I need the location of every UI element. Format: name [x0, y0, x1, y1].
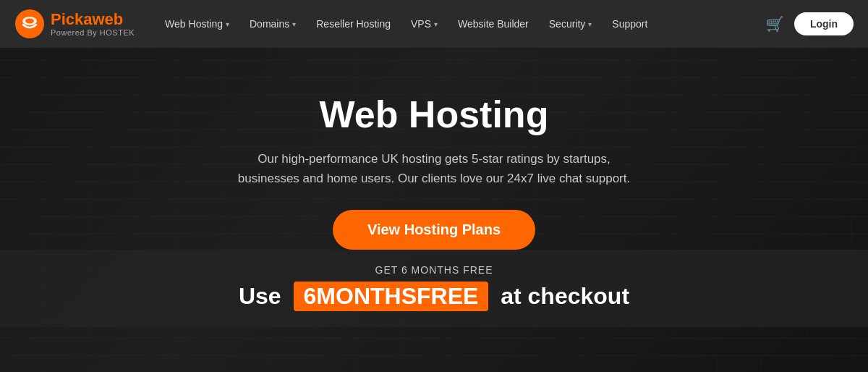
cart-icon[interactable]: 🛒	[766, 15, 784, 33]
nav-item-website-builder[interactable]: Website Builder	[449, 12, 537, 35]
powered-by: Powered By HOSTEK	[51, 28, 135, 37]
hero-content: Web Hosting Our high-performance UK host…	[209, 93, 659, 250]
logo[interactable]: Pickaweb Powered By HOSTEK	[14, 9, 135, 39]
promo-code-line: Use 6MONTHSFREE at checkout	[14, 282, 854, 311]
navbar: Pickaweb Powered By HOSTEK Web Hosting ▾…	[0, 0, 868, 48]
promo-band: GET 6 MONTHS FREE Use 6MONTHSFREE at che…	[0, 250, 868, 327]
view-hosting-plans-button[interactable]: View Hosting Plans	[333, 210, 535, 250]
nav-item-domains[interactable]: Domains ▾	[241, 12, 305, 35]
chevron-down-icon: ▾	[292, 20, 296, 28]
nav-item-web-hosting[interactable]: Web Hosting ▾	[156, 12, 238, 35]
hero-section: Web Hosting Our high-performance UK host…	[0, 48, 868, 372]
nav-item-vps[interactable]: VPS ▾	[402, 12, 446, 35]
hero-title: Web Hosting	[238, 93, 630, 136]
nav-item-reseller-hosting[interactable]: Reseller Hosting	[307, 12, 399, 35]
svg-point-2	[25, 19, 34, 24]
brand-name: Pickaweb	[51, 11, 135, 28]
nav-right: 🛒 Login	[766, 12, 854, 35]
nav-links: Web Hosting ▾ Domains ▾ Reseller Hosting…	[156, 12, 766, 35]
chevron-down-icon: ▾	[226, 20, 229, 28]
promo-prefix: Use	[239, 283, 281, 309]
nav-item-support[interactable]: Support	[603, 12, 656, 35]
nav-item-security[interactable]: Security ▾	[540, 12, 601, 35]
promo-suffix: at checkout	[501, 283, 629, 309]
chevron-down-icon: ▾	[588, 20, 592, 28]
promo-label: GET 6 MONTHS FREE	[14, 264, 854, 276]
promo-code: 6MONTHSFREE	[294, 282, 489, 311]
hero-subtitle: Our high-performance UK hosting gets 5-s…	[238, 149, 630, 188]
chevron-down-icon: ▾	[434, 20, 438, 28]
login-button[interactable]: Login	[794, 12, 854, 35]
